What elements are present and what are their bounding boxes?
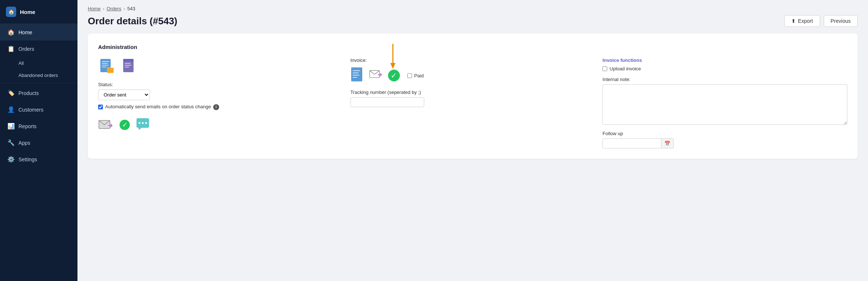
svg-rect-2	[102, 63, 108, 64]
sidebar-item-products[interactable]: 🏷️ Products	[0, 85, 77, 101]
subitem-abandoned-label: Abandoned orders	[18, 73, 58, 78]
breadcrumb-orders[interactable]: Orders	[107, 6, 121, 11]
invoice-green-check-container: ✓	[387, 69, 401, 82]
tracking-input[interactable]	[350, 97, 424, 107]
orders-icon: 📋	[7, 45, 15, 52]
invoice-icons-row: ✓ Paid	[350, 67, 595, 84]
svg-point-17	[142, 122, 144, 124]
sidebar-item-label: Orders	[18, 46, 34, 52]
previous-button[interactable]: Previous	[824, 15, 858, 27]
sidebar-item-label: Customers	[18, 107, 44, 113]
page-title-row: Order details (#543) ⬆ Export Previous	[88, 15, 858, 27]
main-header: Home › Orders › 543 Order details (#543)…	[77, 0, 868, 34]
sidebar-subitem-abandoned[interactable]: Abandoned orders	[0, 69, 77, 81]
svg-rect-9	[125, 63, 131, 64]
admin-col-invoice: Invoice:	[350, 57, 595, 148]
mail-forward-svg	[98, 118, 114, 131]
breadcrumb-sep2: ›	[124, 6, 125, 11]
doc-icon-1[interactable]	[98, 57, 115, 76]
sidebar-item-orders[interactable]: 📋 Orders	[0, 41, 77, 57]
svg-point-16	[139, 122, 141, 124]
follow-up-calendar-button[interactable]: 📅	[661, 138, 674, 148]
reports-icon: 📊	[7, 123, 15, 130]
invoice-doc-icon[interactable]	[350, 67, 365, 84]
administration-card: Administration	[88, 34, 858, 159]
products-icon: 🏷️	[7, 89, 15, 96]
auto-email-checkbox[interactable]	[98, 105, 103, 109]
follow-up-section: Follow up 📅	[602, 131, 847, 148]
upload-invoice-label: Upload invoice	[609, 66, 641, 71]
sidebar-item-reports[interactable]: 📊 Reports	[0, 118, 77, 134]
sidebar-item-apps[interactable]: 🔧 Apps	[0, 134, 77, 151]
export-button[interactable]: ⬆ Export	[784, 15, 820, 27]
invoice-functions-title: Invoice functions	[602, 57, 847, 63]
svg-rect-4	[102, 67, 106, 67]
auto-email-row: Automatically send emails on order statu…	[98, 104, 343, 110]
logo-icon: 🏠	[6, 7, 16, 17]
admin-col-status: Status: Order sent Pending Processing Co…	[98, 57, 343, 148]
administration-title: Administration	[98, 44, 847, 50]
svg-rect-20	[353, 70, 360, 71]
status-label: Status:	[98, 82, 343, 87]
invoice-mail-svg	[369, 68, 384, 81]
doc-svg-2	[121, 57, 138, 74]
internal-note-section: Internal note:	[602, 77, 847, 131]
svg-rect-23	[353, 77, 357, 78]
subitem-all-label: All	[18, 60, 24, 66]
doc-icon-2[interactable]	[121, 57, 138, 76]
breadcrumb-current: 543	[127, 6, 135, 11]
svg-rect-5	[107, 68, 114, 73]
header-actions: ⬆ Export Previous	[784, 15, 858, 27]
breadcrumb-home[interactable]: Home	[88, 6, 101, 11]
upload-invoice-checkbox[interactable]	[602, 66, 607, 71]
green-check-action-icon[interactable]: ✓	[119, 119, 131, 131]
paid-checkbox[interactable]	[407, 73, 412, 78]
auto-email-label: Automatically send emails on order statu…	[105, 104, 219, 110]
follow-up-row: 📅	[602, 138, 847, 148]
chat-svg	[136, 117, 150, 131]
invoice-mail-forward-icon[interactable]	[369, 68, 384, 83]
mail-forward-action-icon[interactable]	[98, 118, 114, 131]
export-icon: ⬆	[791, 18, 796, 24]
apps-icon: 🔧	[7, 139, 15, 146]
sidebar-item-customers[interactable]: 👤 Customers	[0, 101, 77, 118]
admin-grid: Status: Order sent Pending Processing Co…	[98, 57, 847, 148]
main-content: Home › Orders › 543 Order details (#543)…	[77, 0, 868, 281]
previous-label: Previous	[831, 18, 851, 24]
page-title: Order details (#543)	[88, 15, 177, 27]
sidebar-subitem-all[interactable]: All	[0, 57, 77, 69]
svg-rect-3	[102, 65, 108, 66]
info-icon[interactable]: i	[213, 104, 219, 110]
home-icon: 🏠	[7, 29, 15, 36]
breadcrumb-sep1: ›	[103, 6, 104, 11]
invoice-green-check-icon[interactable]: ✓	[387, 69, 401, 82]
invoice-label: Invoice:	[350, 57, 595, 63]
internal-note-label: Internal note:	[602, 77, 847, 82]
svg-marker-26	[390, 63, 395, 69]
sidebar-item-settings[interactable]: ⚙️ Settings	[0, 151, 77, 168]
internal-note-textarea[interactable]	[602, 84, 847, 125]
svg-rect-10	[125, 65, 131, 66]
upload-invoice-row: Upload invoice	[602, 66, 847, 71]
svg-rect-22	[353, 75, 359, 75]
settings-icon: ⚙️	[7, 156, 15, 163]
document-icons-row	[98, 57, 343, 76]
status-select[interactable]: Order sent Pending Processing Completed …	[98, 89, 150, 100]
customers-icon: 👤	[7, 106, 15, 113]
sidebar-logo-label: Home	[20, 9, 35, 15]
paid-row: Paid	[407, 73, 424, 78]
svg-rect-21	[353, 73, 359, 73]
sidebar-item-label: Reports	[18, 123, 37, 129]
calendar-icon: 📅	[664, 141, 670, 146]
sidebar-item-home[interactable]: 🏠 Home	[0, 24, 77, 41]
follow-up-input[interactable]	[602, 138, 661, 148]
svg-rect-12	[123, 59, 134, 62]
admin-col-functions: Invoice functions Upload invoice Interna…	[602, 57, 847, 148]
sidebar-logo[interactable]: 🏠 Home	[0, 0, 77, 24]
invoice-doc-svg	[350, 67, 365, 83]
chat-action-icon[interactable]	[136, 117, 150, 132]
tracking-label: Tracking number (seperated by ;)	[350, 89, 595, 95]
sidebar-item-label: Products	[18, 90, 39, 96]
svg-rect-1	[102, 61, 109, 62]
export-label: Export	[798, 18, 813, 24]
